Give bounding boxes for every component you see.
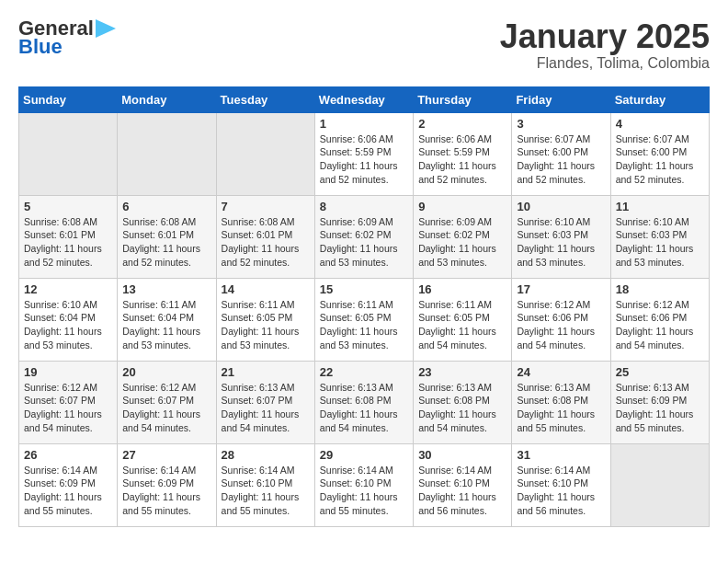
day-info: Sunrise: 6:13 AM Sunset: 6:08 PM Dayligh… (418, 381, 506, 435)
day-number: 2 (418, 117, 506, 131)
day-number: 30 (418, 448, 506, 462)
calendar-cell: 2Sunrise: 6:06 AM Sunset: 5:59 PM Daylig… (414, 112, 512, 195)
day-info: Sunrise: 6:12 AM Sunset: 6:07 PM Dayligh… (122, 381, 210, 435)
day-header-thursday: Thursday (414, 86, 512, 112)
day-info: Sunrise: 6:09 AM Sunset: 6:02 PM Dayligh… (320, 215, 408, 270)
day-number: 5 (24, 200, 112, 213)
calendar-cell: 31Sunrise: 6:14 AM Sunset: 6:10 PM Dayli… (512, 443, 610, 526)
calendar-cell: 21Sunrise: 6:13 AM Sunset: 6:07 PM Dayli… (216, 361, 314, 443)
calendar-title: January 2025 (500, 18, 710, 55)
calendar-cell: 3Sunrise: 6:07 AM Sunset: 6:00 PM Daylig… (512, 112, 610, 195)
day-info: Sunrise: 6:13 AM Sunset: 6:08 PM Dayligh… (517, 381, 605, 435)
day-number: 6 (122, 200, 210, 213)
day-number: 11 (616, 200, 704, 213)
svg-marker-0 (96, 19, 116, 38)
day-number: 19 (24, 365, 112, 379)
calendar-cell (216, 112, 314, 195)
day-info: Sunrise: 6:11 AM Sunset: 6:05 PM Dayligh… (418, 298, 506, 352)
calendar-cell: 14Sunrise: 6:11 AM Sunset: 6:05 PM Dayli… (216, 278, 314, 361)
day-header-tuesday: Tuesday (216, 86, 314, 112)
calendar-cell: 26Sunrise: 6:14 AM Sunset: 6:09 PM Dayli… (19, 443, 118, 526)
day-number: 16 (418, 282, 506, 296)
day-info: Sunrise: 6:06 AM Sunset: 5:59 PM Dayligh… (320, 132, 408, 187)
day-info: Sunrise: 6:11 AM Sunset: 6:04 PM Dayligh… (122, 298, 210, 352)
calendar-cell: 25Sunrise: 6:13 AM Sunset: 6:09 PM Dayli… (610, 361, 709, 443)
day-number: 25 (616, 365, 704, 379)
calendar-cell: 13Sunrise: 6:11 AM Sunset: 6:04 PM Dayli… (118, 278, 216, 361)
calendar-cell: 4Sunrise: 6:07 AM Sunset: 6:00 PM Daylig… (610, 112, 709, 195)
calendar-week-row: 5Sunrise: 6:08 AM Sunset: 6:01 PM Daylig… (19, 195, 710, 278)
calendar-cell: 6Sunrise: 6:08 AM Sunset: 6:01 PM Daylig… (118, 195, 216, 278)
calendar-cell (118, 112, 216, 195)
day-number: 13 (122, 282, 210, 296)
day-number: 1 (320, 117, 408, 131)
calendar-cell: 11Sunrise: 6:10 AM Sunset: 6:03 PM Dayli… (610, 195, 709, 278)
day-number: 10 (517, 200, 605, 213)
calendar-cell: 5Sunrise: 6:08 AM Sunset: 6:01 PM Daylig… (19, 195, 118, 278)
day-info: Sunrise: 6:13 AM Sunset: 6:09 PM Dayligh… (616, 381, 704, 435)
calendar-week-row: 12Sunrise: 6:10 AM Sunset: 6:04 PM Dayli… (19, 278, 710, 361)
logo: General Blue (18, 18, 116, 57)
day-info: Sunrise: 6:07 AM Sunset: 6:00 PM Dayligh… (517, 132, 605, 187)
calendar-cell: 16Sunrise: 6:11 AM Sunset: 6:05 PM Dayli… (414, 278, 512, 361)
day-header-saturday: Saturday (610, 86, 709, 112)
day-header-friday: Friday (512, 86, 610, 112)
day-header-wednesday: Wednesday (314, 86, 413, 112)
calendar-week-row: 26Sunrise: 6:14 AM Sunset: 6:09 PM Dayli… (19, 443, 710, 526)
calendar-cell: 1Sunrise: 6:06 AM Sunset: 5:59 PM Daylig… (314, 112, 413, 195)
day-info: Sunrise: 6:08 AM Sunset: 6:01 PM Dayligh… (24, 215, 112, 270)
day-number: 12 (24, 282, 112, 296)
calendar-week-row: 1Sunrise: 6:06 AM Sunset: 5:59 PM Daylig… (19, 112, 710, 195)
day-number: 7 (222, 200, 310, 213)
day-info: Sunrise: 6:08 AM Sunset: 6:01 PM Dayligh… (222, 215, 310, 270)
calendar-cell: 27Sunrise: 6:14 AM Sunset: 6:09 PM Dayli… (118, 443, 216, 526)
day-number: 22 (320, 365, 408, 379)
calendar-cell: 18Sunrise: 6:12 AM Sunset: 6:06 PM Dayli… (610, 278, 709, 361)
day-number: 17 (517, 282, 605, 296)
logo-block: General Blue (18, 18, 116, 57)
day-number: 8 (320, 200, 408, 213)
day-number: 26 (24, 448, 112, 462)
calendar-cell: 10Sunrise: 6:10 AM Sunset: 6:03 PM Dayli… (512, 195, 610, 278)
day-info: Sunrise: 6:14 AM Sunset: 6:10 PM Dayligh… (320, 464, 408, 518)
calendar-header-row: SundayMondayTuesdayWednesdayThursdayFrid… (19, 86, 710, 112)
day-info: Sunrise: 6:10 AM Sunset: 6:04 PM Dayligh… (24, 298, 112, 352)
day-number: 4 (616, 117, 704, 131)
calendar-cell: 24Sunrise: 6:13 AM Sunset: 6:08 PM Dayli… (512, 361, 610, 443)
day-info: Sunrise: 6:11 AM Sunset: 6:05 PM Dayligh… (320, 298, 408, 352)
calendar-cell (610, 443, 709, 526)
day-header-monday: Monday (118, 86, 216, 112)
day-info: Sunrise: 6:12 AM Sunset: 6:07 PM Dayligh… (24, 381, 112, 435)
day-header-sunday: Sunday (19, 86, 118, 112)
day-info: Sunrise: 6:12 AM Sunset: 6:06 PM Dayligh… (517, 298, 605, 352)
day-info: Sunrise: 6:11 AM Sunset: 6:05 PM Dayligh… (222, 298, 310, 352)
page-header: General Blue January 2025 Flandes, Tolim… (18, 18, 710, 72)
calendar-cell: 8Sunrise: 6:09 AM Sunset: 6:02 PM Daylig… (314, 195, 413, 278)
calendar-week-row: 19Sunrise: 6:12 AM Sunset: 6:07 PM Dayli… (19, 361, 710, 443)
calendar-cell: 15Sunrise: 6:11 AM Sunset: 6:05 PM Dayli… (314, 278, 413, 361)
day-info: Sunrise: 6:14 AM Sunset: 6:09 PM Dayligh… (24, 464, 112, 518)
day-info: Sunrise: 6:07 AM Sunset: 6:00 PM Dayligh… (616, 132, 704, 187)
day-info: Sunrise: 6:13 AM Sunset: 6:08 PM Dayligh… (320, 381, 408, 435)
calendar-subtitle: Flandes, Tolima, Colombia (500, 55, 710, 72)
day-info: Sunrise: 6:13 AM Sunset: 6:07 PM Dayligh… (222, 381, 310, 435)
day-info: Sunrise: 6:14 AM Sunset: 6:10 PM Dayligh… (222, 464, 310, 518)
day-number: 20 (122, 365, 210, 379)
day-info: Sunrise: 6:14 AM Sunset: 6:10 PM Dayligh… (418, 464, 506, 518)
calendar-cell: 29Sunrise: 6:14 AM Sunset: 6:10 PM Dayli… (314, 443, 413, 526)
calendar-cell: 19Sunrise: 6:12 AM Sunset: 6:07 PM Dayli… (19, 361, 118, 443)
day-number: 24 (517, 365, 605, 379)
day-number: 18 (616, 282, 704, 296)
day-info: Sunrise: 6:09 AM Sunset: 6:02 PM Dayligh… (418, 215, 506, 270)
title-block: January 2025 Flandes, Tolima, Colombia (500, 18, 710, 72)
day-info: Sunrise: 6:14 AM Sunset: 6:10 PM Dayligh… (517, 464, 605, 518)
calendar-cell: 9Sunrise: 6:09 AM Sunset: 6:02 PM Daylig… (414, 195, 512, 278)
calendar-cell (19, 112, 118, 195)
day-number: 29 (320, 448, 408, 462)
day-info: Sunrise: 6:08 AM Sunset: 6:01 PM Dayligh… (122, 215, 210, 270)
day-info: Sunrise: 6:14 AM Sunset: 6:09 PM Dayligh… (122, 464, 210, 518)
day-number: 31 (517, 448, 605, 462)
day-info: Sunrise: 6:06 AM Sunset: 5:59 PM Dayligh… (418, 132, 506, 187)
logo-blue-text: Blue (18, 37, 116, 57)
day-info: Sunrise: 6:12 AM Sunset: 6:06 PM Dayligh… (616, 298, 704, 352)
